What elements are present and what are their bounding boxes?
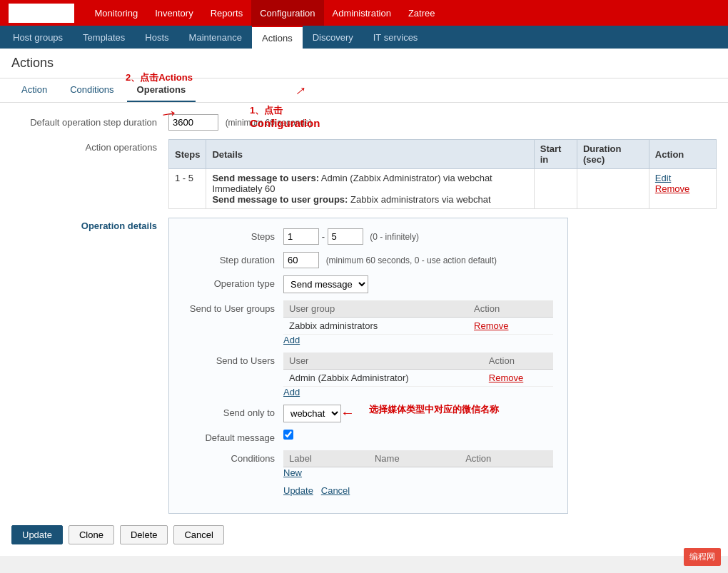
nav-monitoring[interactable]: Monitoring <box>86 0 146 26</box>
op-steps-row: Steps - (0 - infinitely) <box>183 228 553 245</box>
tab-action[interactable]: Action <box>11 78 57 102</box>
page-title: Actions <box>11 56 717 71</box>
col-action: Action <box>649 140 716 169</box>
op-user-groups-field: User group Action Zabbix administrators … <box>283 300 553 345</box>
op-step-duration-label: Step duration <box>183 252 283 265</box>
op-send-only-label: Send only to <box>183 405 283 418</box>
action-operations-label: Action operations <box>11 139 168 153</box>
add-user-link[interactable]: Add <box>283 387 300 397</box>
remove-link[interactable]: Remove <box>655 183 689 194</box>
clone-button[interactable]: Clone <box>69 525 114 544</box>
tab-conditions[interactable]: Conditions <box>60 78 123 102</box>
operation-details-label: Operation details <box>11 218 168 231</box>
ug-col-action: Action <box>468 300 553 318</box>
ug-action: Remove <box>468 318 553 335</box>
inline-update-link[interactable]: Update <box>283 485 313 496</box>
delete-button[interactable]: Delete <box>120 525 168 544</box>
ug-remove-link[interactable]: Remove <box>474 320 508 331</box>
row-steps: 1 - 5 <box>169 169 206 209</box>
action-operations-table-container: Steps Details Start in Duration (sec) Ac… <box>168 139 717 209</box>
update-button[interactable]: Update <box>11 525 63 544</box>
u-action: Remove <box>483 370 553 387</box>
tab-operations[interactable]: Operations <box>127 78 196 102</box>
u-col-user: User <box>283 353 483 370</box>
ug-name: Zabbix administrators <box>283 318 468 335</box>
bottom-buttons: Update Clone Delete Cancel <box>11 525 717 544</box>
watermark: 编程网 <box>684 548 721 556</box>
nav-configuration[interactable]: Configuration <box>251 0 323 26</box>
table-row: 1 - 5 Send message to users: Admin (Zabb… <box>169 169 717 209</box>
op-default-message-field <box>283 430 553 442</box>
nav-inventory[interactable]: Inventory <box>146 0 201 26</box>
nav-administration[interactable]: Administration <box>324 0 400 26</box>
col-steps: Steps <box>169 140 206 169</box>
col-details: Details <box>206 140 534 169</box>
row-actions: Edit Remove <box>649 169 716 209</box>
step-duration-input[interactable] <box>168 114 218 131</box>
steps-to-input[interactable] <box>328 228 363 245</box>
nav-it-services[interactable]: IT services <box>363 26 428 49</box>
op-default-message-row: Default message <box>183 430 553 443</box>
op-step-duration-row: Step duration (minimum 60 seconds, 0 - u… <box>183 252 553 268</box>
op-users-row: Send to Users User Action <box>183 353 553 397</box>
op-steps-label: Steps <box>183 228 283 242</box>
list-item: Zabbix administrators Remove <box>283 318 553 335</box>
page-title-bar: Actions <box>0 49 728 78</box>
send-only-select[interactable]: webchat <box>283 405 341 422</box>
edit-link[interactable]: Edit <box>655 173 671 183</box>
ug-col-group: User group <box>283 300 468 318</box>
op-type-field: Send message <box>283 275 553 293</box>
row-duration <box>577 169 649 209</box>
step-duration-op-input[interactable] <box>283 252 319 268</box>
main-content: 2、点击Actions ↑ Default operation step dur… <box>0 103 728 556</box>
nav-zatree[interactable]: Zatree <box>400 0 444 26</box>
u-remove-link[interactable]: Remove <box>489 372 523 383</box>
operation-details-box: Steps - (0 - infinitely) Step duration <box>168 218 717 514</box>
nav-discovery[interactable]: Discovery <box>303 26 363 49</box>
row-details-line1: Send message to users: Admin (Zabbix Adm… <box>212 173 527 194</box>
op-default-message-label: Default message <box>183 430 283 443</box>
col-start-in: Start in <box>534 140 577 169</box>
nav-hosts[interactable]: Hosts <box>135 26 178 49</box>
u-name: Admin (Zabbix Administrator) <box>283 370 483 387</box>
row-details: Send message to users: Admin (Zabbix Adm… <box>206 169 534 209</box>
c-col-label: Label <box>283 450 369 467</box>
row-start-in <box>534 169 577 209</box>
operation-type-select[interactable]: Send message <box>283 275 368 293</box>
top-navigation: Monitoring Inventory Reports Configurati… <box>86 0 443 26</box>
c-col-name: Name <box>369 450 460 467</box>
step-duration-label: Default operation step duration <box>11 114 168 128</box>
operation-details-row: Operation details Steps - (0 - infinitel… <box>11 218 717 514</box>
row-details-line2: Send message to user groups: Zabbix admi… <box>212 194 527 205</box>
nav-maintenance[interactable]: Maintenance <box>179 26 252 49</box>
u-col-action: Action <box>483 353 553 370</box>
users-table: User Action Admin (Zabbix Administrator)… <box>283 353 553 387</box>
new-condition-link[interactable]: New <box>283 467 302 478</box>
inline-cancel-link[interactable]: Cancel <box>321 485 350 496</box>
add-group-link[interactable]: Add <box>283 335 300 345</box>
op-conditions-field: Label Name Action New <box>283 450 553 478</box>
step-duration-field: (minimum 60 seconds) <box>168 114 717 131</box>
step-duration-op-hint: (minimum 60 seconds, 0 - use action defa… <box>326 255 497 265</box>
tab-bar: Action Conditions Operations <box>0 78 728 103</box>
op-steps-field: - (0 - infinitely) <box>283 228 553 245</box>
nav-actions[interactable]: Actions <box>252 26 303 49</box>
op-user-groups-row: Send to User groups User group Action <box>183 300 553 345</box>
step-duration-hint: (minimum 60 seconds) <box>226 118 312 128</box>
nav-host-groups[interactable]: Host groups <box>3 26 73 49</box>
op-send-only-row: Send only to webchat ← 选择媒体类型中对应的微信名称 <box>183 405 553 422</box>
op-user-groups-label: Send to User groups <box>183 300 283 314</box>
steps-from-input[interactable] <box>283 228 319 245</box>
logo: ZABBIX <box>0 0 86 26</box>
cancel-button[interactable]: Cancel <box>173 525 223 544</box>
op-send-only-field: webchat ← 选择媒体类型中对应的微信名称 <box>283 405 553 422</box>
nav-reports[interactable]: Reports <box>202 0 252 26</box>
default-message-checkbox[interactable] <box>283 430 293 440</box>
c-col-action: Action <box>460 450 553 467</box>
nav-templates[interactable]: Templates <box>73 26 135 49</box>
second-navigation: Host groups Templates Hosts Maintenance … <box>0 26 728 49</box>
list-item: Admin (Zabbix Administrator) Remove <box>283 370 553 387</box>
op-type-label: Operation type <box>183 275 283 289</box>
conditions-table: Label Name Action <box>283 450 553 467</box>
op-inline-buttons-row: Update Cancel <box>183 485 553 496</box>
